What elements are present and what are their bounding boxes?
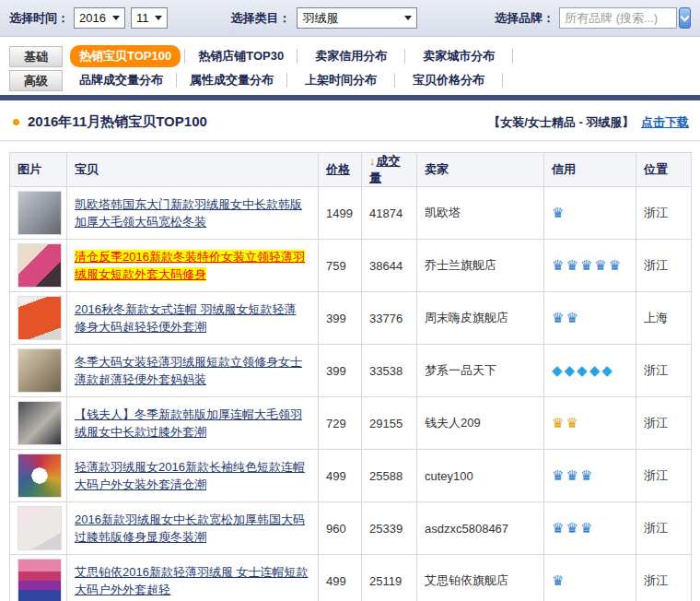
product-price: 729 xyxy=(319,397,362,450)
year-select[interactable]: 2016 xyxy=(74,7,125,29)
product-title-link[interactable]: 2016新款羽绒服女中长款宽松加厚韩国大码过膝韩版修身显瘦冬装潮 xyxy=(75,513,305,545)
product-title-link[interactable]: 凯欧塔韩国东大门新款羽绒服女中长款韩版加厚大毛领大码宽松冬装 xyxy=(75,197,302,230)
product-volume: 41874 xyxy=(362,187,417,240)
tab-1-0[interactable]: 品牌成交量分布 xyxy=(70,69,172,91)
brand-search-input[interactable] xyxy=(559,7,677,29)
seller-location: 浙江 xyxy=(636,450,692,502)
tab-0-1[interactable]: 热销店铺TOP30 xyxy=(189,45,293,67)
dropdown-arrow-icon xyxy=(112,16,120,20)
col-header-volume[interactable]: ↓成交量 xyxy=(362,153,417,187)
month-select-value: 11 xyxy=(136,11,149,25)
seller-name: 梦系一品天下 xyxy=(417,345,544,397)
product-volume: 29155 xyxy=(362,397,417,450)
product-price: 759 xyxy=(319,240,362,292)
product-price: 499 xyxy=(319,555,362,601)
section-header: 2016年11月热销宝贝TOP100 【女装/女士精品 - 羽绒服】 点击下载 xyxy=(0,100,700,141)
crown-gold-icon: ♛ xyxy=(552,415,564,431)
crown-blue-icon: ♛ xyxy=(552,205,564,221)
product-title-link[interactable]: 冬季大码女装轻薄羽绒服短款立领修身女士薄款超薄轻便外套妈妈装 xyxy=(75,355,302,387)
year-select-value: 2016 xyxy=(79,11,106,25)
product-volume: 25588 xyxy=(362,450,417,502)
crown-blue-icon: ♛ xyxy=(580,257,592,274)
tab-0-2[interactable]: 卖家信用分布 xyxy=(301,45,401,67)
seller-name: 周末嗨皮旗舰店 xyxy=(417,292,544,345)
crown-blue-icon: ♛ xyxy=(609,257,621,274)
crown-blue-icon: ♛ xyxy=(594,257,606,274)
tab-1-1[interactable]: 属性成交量分布 xyxy=(181,69,283,91)
tab-row: 高级品牌成交量分布属性成交量分布上架时间分布宝贝价格分布 xyxy=(9,68,691,92)
table-row: 2016新款羽绒服女中长款宽松加厚韩国大码过膝韩版修身显瘦冬装潮96025339… xyxy=(10,502,692,555)
product-image[interactable] xyxy=(18,348,62,393)
seller-location: 浙江 xyxy=(636,240,692,292)
product-title-link[interactable]: 轻薄款羽绒服女2016新款长袖纯色短款连帽大码户外女装外套清仓潮 xyxy=(75,460,305,492)
product-price: 499 xyxy=(319,450,362,502)
download-link[interactable]: 点击下载 xyxy=(641,115,689,129)
product-image[interactable] xyxy=(18,191,62,235)
product-price: 1499 xyxy=(319,187,362,240)
col-header-product: 宝贝 xyxy=(67,153,319,187)
product-title-link[interactable]: 【钱夫人】冬季新款韩版加厚连帽大毛领羽绒服女中长款过膝外套潮 xyxy=(75,407,302,440)
credit-cell: ♛♛♛ xyxy=(544,502,636,555)
crown-gold-icon: ♛ xyxy=(566,415,578,431)
brand-dropdown-button[interactable] xyxy=(679,7,691,29)
product-title-link[interactable]: 清仓反季2016新款冬装特价女装立领轻薄羽绒服女短款外套大码修身 xyxy=(75,250,305,282)
table-row: 轻薄款羽绒服女2016新款长袖纯色短款连帽大码户外女装外套清仓潮49925588… xyxy=(10,450,692,502)
crown-blue-icon: ♛ xyxy=(566,310,578,326)
table-row: 艾思铂依2016新款轻薄羽绒服 女士连帽短款大码户外外套超轻49925119艾思… xyxy=(10,555,692,601)
product-image[interactable] xyxy=(18,296,62,340)
product-volume: 25339 xyxy=(362,502,417,555)
product-image[interactable] xyxy=(18,243,62,288)
crown-blue-icon: ♛ xyxy=(552,572,564,589)
dropdown-arrow-icon xyxy=(155,16,162,20)
seller-location: 浙江 xyxy=(636,345,692,397)
col-header-price[interactable]: 价格 xyxy=(319,153,362,187)
diamond-blue-icon: ◆ xyxy=(601,362,612,379)
dropdown-arrow-icon xyxy=(404,16,412,20)
product-image[interactable] xyxy=(18,559,62,601)
table-row: 【钱夫人】冬季新款韩版加厚连帽大毛领羽绒服女中长款过膝外套潮72929155钱夫… xyxy=(10,397,692,450)
tab-row: 基础热销宝贝TOP100热销店铺TOP30卖家信用分布卖家城市分布 xyxy=(9,44,691,68)
credit-cell: ♛ xyxy=(544,555,636,601)
crown-blue-icon: ♛ xyxy=(566,257,578,274)
product-title-link[interactable]: 艾思铂依2016新款轻薄羽绒服 女士连帽短款大码户外外套超轻 xyxy=(75,565,309,597)
seller-name: cutey100 xyxy=(417,450,544,502)
table-body: 凯欧塔韩国东大门新款羽绒服女中长款韩版加厚大毛领大码宽松冬装149941874凯… xyxy=(10,187,692,601)
table-row: 凯欧塔韩国东大门新款羽绒服女中长款韩版加厚大毛领大码宽松冬装149941874凯… xyxy=(10,187,692,240)
tab-1-3[interactable]: 宝贝价格分布 xyxy=(399,69,498,91)
table-row: 2016秋冬新款女式连帽 羽绒服女短款轻薄 修身大码超轻轻便外套潮3993377… xyxy=(10,292,692,345)
product-volume: 25119 xyxy=(362,555,417,601)
category-tag: 【女装/女士精品 - 羽绒服】 点击下载 xyxy=(488,114,689,131)
category-select[interactable]: 羽绒服 xyxy=(297,7,417,29)
seller-name: 钱夫人209 xyxy=(417,397,544,450)
product-volume: 33776 xyxy=(362,292,417,345)
price-sort-link[interactable]: 价格 xyxy=(326,162,350,176)
category-filter-label: 选择类目： xyxy=(230,10,290,27)
product-image[interactable] xyxy=(18,454,62,498)
seller-name: asdzxc5808467 xyxy=(417,502,544,555)
seller-name: 艾思铂依旗舰店 xyxy=(417,555,544,601)
chevron-down-icon xyxy=(681,12,690,21)
month-select[interactable]: 11 xyxy=(131,7,169,29)
diamond-blue-icon: ◆ xyxy=(552,362,563,379)
seller-location: 浙江 xyxy=(636,397,692,450)
credit-cell: ♛♛ xyxy=(544,292,636,345)
crown-blue-icon: ♛ xyxy=(552,257,564,274)
tab-0-0[interactable]: 热销宝贝TOP100 xyxy=(70,45,181,67)
product-volume: 38644 xyxy=(362,240,417,292)
product-image[interactable] xyxy=(18,506,62,550)
seller-location: 上海 xyxy=(636,292,692,345)
tab-divider xyxy=(404,49,405,64)
crown-blue-icon: ♛ xyxy=(552,520,564,536)
tab-0-3[interactable]: 卖家城市分布 xyxy=(409,45,508,67)
product-title-link[interactable]: 2016秋冬新款女式连帽 羽绒服女短款轻薄 修身大码超轻轻便外套潮 xyxy=(75,302,297,335)
tab-divider xyxy=(184,49,185,64)
tab-divider xyxy=(176,73,177,88)
tab-1-2[interactable]: 上架时间分布 xyxy=(291,69,391,91)
crown-blue-icon: ♛ xyxy=(566,467,578,484)
tab-divider xyxy=(286,73,287,88)
tab-group-label: 高级 xyxy=(9,70,63,91)
bullet-icon xyxy=(13,119,19,125)
product-image[interactable] xyxy=(18,401,62,445)
diamond-blue-icon: ◆ xyxy=(589,362,601,379)
seller-location: 浙江 xyxy=(636,555,692,601)
